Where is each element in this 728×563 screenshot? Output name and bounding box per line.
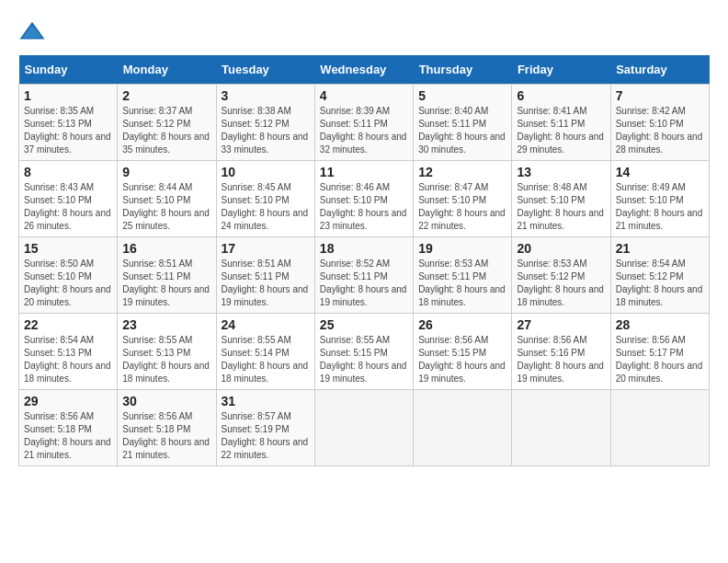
day-info: Sunrise: 8:48 AMSunset: 5:10 PMDaylight:… (517, 182, 604, 231)
day-cell: 3 Sunrise: 8:38 AMSunset: 5:12 PMDayligh… (216, 85, 314, 161)
day-info: Sunrise: 8:55 AMSunset: 5:15 PMDaylight:… (320, 335, 407, 384)
day-cell: 6 Sunrise: 8:41 AMSunset: 5:11 PMDayligh… (512, 85, 610, 161)
week-row-1: 1 Sunrise: 8:35 AMSunset: 5:13 PMDayligh… (19, 85, 710, 161)
day-info: Sunrise: 8:54 AMSunset: 5:12 PMDaylight:… (616, 259, 703, 307)
calendar-table: SundayMondayTuesdayWednesdayThursdayFrid… (18, 55, 710, 466)
day-info: Sunrise: 8:51 AMSunset: 5:11 PMDaylight:… (122, 259, 210, 307)
day-cell: 17 Sunrise: 8:51 AMSunset: 5:11 PMDaylig… (216, 237, 314, 314)
day-cell: 8 Sunrise: 8:43 AMSunset: 5:10 PMDayligh… (19, 161, 118, 237)
day-cell: 12 Sunrise: 8:47 AMSunset: 5:10 PMDaylig… (414, 161, 512, 237)
day-info: Sunrise: 8:38 AMSunset: 5:12 PMDaylight:… (222, 106, 309, 155)
day-number: 15 (24, 241, 112, 256)
day-number: 29 (24, 394, 112, 408)
day-number: 4 (320, 88, 408, 103)
day-cell: 25 Sunrise: 8:55 AMSunset: 5:15 PMDaylig… (314, 314, 413, 390)
day-info: Sunrise: 8:56 AMSunset: 5:18 PMDaylight:… (24, 411, 111, 460)
day-info: Sunrise: 8:46 AMSunset: 5:10 PMDaylight:… (320, 182, 407, 231)
day-cell: 11 Sunrise: 8:46 AMSunset: 5:10 PMDaylig… (314, 161, 413, 237)
day-info: Sunrise: 8:49 AMSunset: 5:10 PMDaylight:… (616, 182, 703, 231)
column-header-friday: Friday (512, 55, 610, 85)
day-number: 8 (24, 165, 112, 179)
day-info: Sunrise: 8:52 AMSunset: 5:11 PMDaylight:… (320, 259, 407, 307)
column-header-thursday: Thursday (414, 55, 512, 85)
day-cell: 13 Sunrise: 8:48 AMSunset: 5:10 PMDaylig… (512, 161, 610, 237)
day-cell (610, 390, 709, 466)
day-number: 10 (222, 165, 310, 179)
day-number: 16 (122, 241, 210, 256)
day-cell: 18 Sunrise: 8:52 AMSunset: 5:11 PMDaylig… (314, 237, 413, 314)
day-number: 7 (616, 88, 704, 103)
day-cell (414, 390, 512, 466)
day-cell: 5 Sunrise: 8:40 AMSunset: 5:11 PMDayligh… (414, 85, 512, 161)
logo-icon (18, 18, 46, 46)
day-number: 23 (122, 317, 210, 332)
day-number: 19 (418, 241, 506, 256)
day-cell: 20 Sunrise: 8:53 AMSunset: 5:12 PMDaylig… (512, 237, 610, 314)
day-number: 25 (320, 317, 408, 332)
day-info: Sunrise: 8:39 AMSunset: 5:11 PMDaylight:… (320, 106, 407, 155)
day-number: 21 (616, 241, 704, 256)
week-row-5: 29 Sunrise: 8:56 AMSunset: 5:18 PMDaylig… (19, 390, 710, 466)
day-number: 31 (222, 394, 310, 408)
day-info: Sunrise: 8:56 AMSunset: 5:18 PMDaylight:… (122, 411, 210, 460)
column-header-wednesday: Wednesday (314, 55, 413, 85)
day-number: 20 (517, 241, 605, 256)
day-info: Sunrise: 8:56 AMSunset: 5:15 PMDaylight:… (418, 335, 506, 384)
day-info: Sunrise: 8:53 AMSunset: 5:11 PMDaylight:… (418, 259, 506, 307)
day-number: 28 (616, 317, 704, 332)
day-info: Sunrise: 8:55 AMSunset: 5:14 PMDaylight:… (222, 335, 309, 384)
day-cell: 21 Sunrise: 8:54 AMSunset: 5:12 PMDaylig… (610, 237, 709, 314)
column-header-monday: Monday (118, 55, 216, 85)
day-cell: 14 Sunrise: 8:49 AMSunset: 5:10 PMDaylig… (610, 161, 709, 237)
day-info: Sunrise: 8:56 AMSunset: 5:16 PMDaylight:… (517, 335, 604, 384)
day-number: 5 (418, 88, 506, 103)
day-info: Sunrise: 8:40 AMSunset: 5:11 PMDaylight:… (418, 106, 506, 155)
day-cell: 9 Sunrise: 8:44 AMSunset: 5:10 PMDayligh… (118, 161, 216, 237)
day-cell: 4 Sunrise: 8:39 AMSunset: 5:11 PMDayligh… (314, 85, 413, 161)
day-info: Sunrise: 8:56 AMSunset: 5:17 PMDaylight:… (616, 335, 703, 384)
day-number: 3 (222, 88, 310, 103)
day-cell: 27 Sunrise: 8:56 AMSunset: 5:16 PMDaylig… (512, 314, 610, 390)
day-info: Sunrise: 8:54 AMSunset: 5:13 PMDaylight:… (24, 335, 111, 384)
day-number: 2 (122, 88, 210, 103)
day-cell: 26 Sunrise: 8:56 AMSunset: 5:15 PMDaylig… (414, 314, 512, 390)
day-cell (314, 390, 413, 466)
week-row-3: 15 Sunrise: 8:50 AMSunset: 5:10 PMDaylig… (19, 237, 710, 314)
day-number: 12 (418, 165, 506, 179)
day-info: Sunrise: 8:41 AMSunset: 5:11 PMDaylight:… (517, 106, 604, 155)
day-info: Sunrise: 8:50 AMSunset: 5:10 PMDaylight:… (24, 259, 111, 307)
day-number: 6 (517, 88, 605, 103)
day-number: 22 (24, 317, 112, 332)
week-row-4: 22 Sunrise: 8:54 AMSunset: 5:13 PMDaylig… (19, 314, 710, 390)
day-cell: 23 Sunrise: 8:55 AMSunset: 5:13 PMDaylig… (118, 314, 216, 390)
day-info: Sunrise: 8:47 AMSunset: 5:10 PMDaylight:… (418, 182, 506, 231)
day-number: 27 (517, 317, 605, 332)
day-cell: 15 Sunrise: 8:50 AMSunset: 5:10 PMDaylig… (19, 237, 118, 314)
day-number: 11 (320, 165, 408, 179)
day-number: 9 (122, 165, 210, 179)
day-cell: 7 Sunrise: 8:42 AMSunset: 5:10 PMDayligh… (610, 85, 709, 161)
column-header-saturday: Saturday (610, 55, 709, 85)
day-cell: 29 Sunrise: 8:56 AMSunset: 5:18 PMDaylig… (19, 390, 118, 466)
day-cell: 1 Sunrise: 8:35 AMSunset: 5:13 PMDayligh… (19, 85, 118, 161)
day-number: 30 (122, 394, 210, 408)
page-header (18, 18, 710, 46)
day-number: 13 (517, 165, 605, 179)
day-info: Sunrise: 8:42 AMSunset: 5:10 PMDaylight:… (616, 106, 703, 155)
day-number: 17 (222, 241, 310, 256)
day-number: 26 (418, 317, 506, 332)
day-cell: 10 Sunrise: 8:45 AMSunset: 5:10 PMDaylig… (216, 161, 314, 237)
day-info: Sunrise: 8:37 AMSunset: 5:12 PMDaylight:… (122, 106, 210, 155)
day-cell: 30 Sunrise: 8:56 AMSunset: 5:18 PMDaylig… (118, 390, 216, 466)
day-info: Sunrise: 8:51 AMSunset: 5:11 PMDaylight:… (222, 259, 309, 307)
day-info: Sunrise: 8:44 AMSunset: 5:10 PMDaylight:… (122, 182, 210, 231)
header-row: SundayMondayTuesdayWednesdayThursdayFrid… (19, 55, 710, 85)
day-number: 24 (222, 317, 310, 332)
day-number: 18 (320, 241, 408, 256)
week-row-2: 8 Sunrise: 8:43 AMSunset: 5:10 PMDayligh… (19, 161, 710, 237)
day-cell: 31 Sunrise: 8:57 AMSunset: 5:19 PMDaylig… (216, 390, 314, 466)
day-info: Sunrise: 8:43 AMSunset: 5:10 PMDaylight:… (24, 182, 111, 231)
day-cell: 28 Sunrise: 8:56 AMSunset: 5:17 PMDaylig… (610, 314, 709, 390)
day-info: Sunrise: 8:57 AMSunset: 5:19 PMDaylight:… (222, 411, 309, 460)
day-info: Sunrise: 8:55 AMSunset: 5:13 PMDaylight:… (122, 335, 210, 384)
